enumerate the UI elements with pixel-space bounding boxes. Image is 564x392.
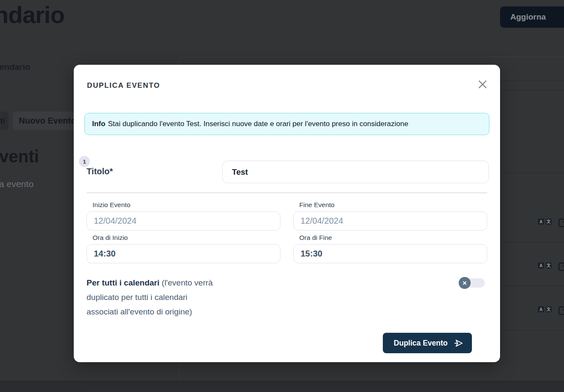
events-heading: venti [0,147,39,166]
send-icon [454,338,463,348]
search-event-text[interactable]: a evento [0,179,34,189]
translate-icon[interactable]: A [538,262,544,268]
dialog-title: DUPLICA EVENTO [87,81,160,90]
edit-icon[interactable] [558,305,564,316]
title-field-label: Titolo* [87,167,113,176]
start-date-label: Inizio Evento [93,201,281,209]
table-row: A 文 [538,306,552,312]
date-fields-row: Inizio Evento Fine Evento [87,201,487,231]
start-time-label: Ora di Inizio [93,234,281,242]
table-row: A 文 [538,219,552,225]
end-date-input[interactable] [293,211,487,231]
duplicate-event-dialog: DUPLICA EVENTO InfoStai duplicando l'eve… [74,65,500,362]
table-row: A 文 [538,262,552,268]
toggle-x-icon: ✕ [459,277,471,289]
translate-icon[interactable]: 文 [546,306,552,312]
filter-button[interactable]: ti [0,112,9,130]
table-footer [0,380,564,392]
start-time-input[interactable] [87,244,281,263]
end-time-input[interactable] [293,244,487,263]
duplicate-event-button-label: Duplica Evento [394,339,448,348]
all-calendars-row: Per tutti i calendari (l'evento verrà du… [87,276,485,319]
all-calendars-label: Per tutti i calendari (l'evento verrà du… [87,276,215,319]
time-fields-row: Ora di Inizio Ora di Fine [87,234,487,263]
duplicate-event-button[interactable]: Duplica Evento [383,333,472,353]
title-field-row: 1 Titolo* [87,161,489,183]
close-button[interactable] [476,78,489,91]
info-alert: InfoStai duplicando l'evento Test. Inser… [84,113,489,135]
dialog-header: DUPLICA EVENTO [87,78,489,91]
all-calendars-label-bold: Per tutti i calendari [87,278,159,287]
title-input[interactable] [222,161,489,183]
all-calendars-toggle[interactable]: ✕ [459,278,485,288]
translate-icon[interactable]: A [538,306,544,312]
start-date-input[interactable] [87,211,281,231]
close-icon [476,78,489,91]
info-alert-label: Info [92,120,105,128]
end-time-label: Ora di Fine [299,234,487,242]
tab-calendario[interactable]: alendario [0,62,30,72]
translate-icon[interactable]: 文 [546,219,552,225]
section-divider [87,193,487,193]
edit-icon[interactable] [558,261,564,272]
edit-icon[interactable] [558,217,564,228]
step-badge: 1 [79,156,90,167]
end-date-label: Fine Evento [299,201,487,209]
info-alert-message: Stai duplicando l'evento Test. Inserisci… [108,120,408,128]
update-calendar-button[interactable]: Aggiorna [500,6,564,28]
translate-icon[interactable]: 文 [546,262,552,268]
page-title: ndario [0,1,64,29]
translate-icon[interactable]: A [538,219,544,225]
